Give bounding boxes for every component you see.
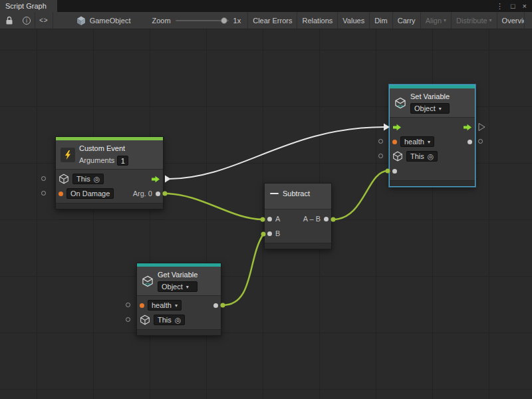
floating-port (41, 176, 46, 181)
target-value: This (158, 316, 172, 324)
wire-subtract-to-setvariable[interactable] (333, 171, 388, 219)
chevron-down-icon: ▾ (186, 284, 189, 290)
chevron-down-icon: ▾ (444, 17, 446, 23)
output-label: A – B (303, 215, 321, 223)
close-icon[interactable]: × (523, 2, 527, 10)
variable-name-dropdown[interactable]: health ▾ (400, 136, 434, 147)
align-button[interactable]: Align ▾ (420, 12, 451, 29)
node-footer (137, 329, 221, 335)
arg0-label: Arg. 0 (133, 190, 152, 198)
lock-icon[interactable] (0, 12, 19, 29)
node-custom-event[interactable]: Custom Event Arguments 1 This ◎ (55, 136, 164, 209)
node-title: Custom Event (79, 144, 128, 153)
carry-button[interactable]: Carry (392, 12, 420, 29)
subtract-header[interactable]: Subtract (265, 184, 331, 209)
value-input-port[interactable] (392, 169, 397, 174)
zoom-label: Zoom (152, 17, 170, 25)
port-row-target: This ◎ (137, 313, 221, 327)
distribute-button[interactable]: Distribute ▾ (451, 12, 496, 29)
floating-port (126, 317, 130, 322)
input-b-port[interactable] (267, 231, 272, 236)
value-output-port[interactable] (467, 140, 472, 144)
port-row-target: This ◎ (390, 149, 475, 164)
target-dropdown[interactable]: This ◎ (406, 151, 438, 162)
node-title: Set Variable (410, 92, 450, 101)
values-button[interactable]: Values (337, 12, 369, 29)
input-a-label: A (275, 215, 280, 223)
subtract-body: A A – B B (265, 209, 331, 243)
arguments-label: Arguments (79, 156, 114, 164)
chevron-down-icon: ▾ (175, 303, 178, 309)
wire-arg0-to-subtract-a[interactable] (165, 194, 263, 219)
floating-port (41, 191, 46, 196)
set-variable-header[interactable]: Set Variable Object ▾ (390, 88, 475, 117)
object-picker-icon[interactable]: ◎ (94, 176, 100, 183)
target-dropdown[interactable]: This ◎ (154, 315, 185, 325)
info-icon[interactable]: i (19, 12, 35, 29)
port-row-value-input (390, 164, 475, 178)
node-title: Subtract (283, 189, 310, 198)
custom-event-header[interactable]: Custom Event Arguments 1 (56, 140, 163, 169)
info-glyph: i (23, 17, 31, 25)
maximize-icon[interactable]: □ (511, 2, 515, 10)
variable-name-value: health (404, 138, 424, 146)
subtract-icon (270, 193, 279, 194)
event-name-field[interactable]: On Damage (66, 188, 114, 199)
floating-port (378, 154, 383, 158)
variable-scope-dropdown[interactable]: Object ▾ (410, 103, 450, 114)
clear-errors-button[interactable]: Clear Errors (247, 12, 297, 29)
variable-name-dropdown[interactable]: health ▾ (148, 300, 182, 311)
graph-canvas[interactable]: Custom Event Arguments 1 This ◎ (0, 29, 532, 399)
port-row-event-name: On Damage Arg. 0 (56, 186, 163, 201)
relations-button[interactable]: Relations (297, 12, 337, 29)
control-output-arrow-icon[interactable] (463, 124, 472, 131)
gameobject-icon (76, 15, 86, 26)
node-subtract[interactable]: Subtract A A – B B (264, 183, 332, 249)
wire-start-arrowhead (165, 176, 171, 183)
node-get-variable[interactable]: Get Variable Object ▾ health ▾ (136, 263, 221, 336)
value-output-port[interactable] (213, 303, 218, 308)
node-footer (265, 243, 331, 249)
variable-name-port[interactable] (140, 303, 144, 308)
variable-scope-dropdown[interactable]: Object ▾ (158, 281, 198, 292)
window-menu-icon[interactable]: ⋮ (496, 2, 503, 11)
wire-control-customevent-to-setvariable[interactable] (168, 127, 384, 179)
scope-value: Object (162, 283, 183, 291)
toolbar-separator (53, 12, 53, 29)
input-b-label: B (275, 229, 280, 237)
object-picker-icon[interactable]: ◎ (175, 317, 182, 324)
tab-title: Script Graph (5, 2, 47, 10)
event-name-port[interactable] (59, 192, 63, 196)
target-value: This (410, 152, 424, 160)
node-set-variable[interactable]: Set Variable Object ▾ health ▾ (389, 84, 475, 187)
target-dropdown[interactable]: This ◎ (72, 174, 104, 184)
port-row-name: health ▾ (390, 134, 475, 149)
gameobject-selector[interactable]: GameObject (76, 15, 131, 26)
variable-cube-icon (142, 275, 154, 287)
gameobject-label: GameObject (90, 17, 131, 25)
gameobject-cube-icon (140, 315, 150, 325)
edit-source-icon[interactable]: <> (35, 12, 53, 29)
custom-event-body: This ◎ On Damage Arg. 0 (56, 169, 163, 203)
control-output-arrow-icon[interactable] (151, 176, 160, 183)
scope-value: Object (414, 104, 436, 112)
object-picker-icon[interactable]: ◎ (428, 153, 434, 160)
target-value: This (76, 175, 90, 183)
custom-event-icon (61, 148, 75, 162)
variable-name-port[interactable] (392, 140, 397, 144)
input-a-port[interactable] (267, 217, 272, 221)
arg0-output-port[interactable] (156, 192, 160, 196)
get-variable-body: health ▾ This ◎ (137, 295, 221, 329)
output-port[interactable] (324, 217, 329, 221)
arguments-count-field[interactable]: 1 (117, 156, 128, 166)
get-variable-header[interactable]: Get Variable Object ▾ (137, 267, 221, 295)
zoom-slider-handle[interactable] (221, 17, 227, 24)
zoom-slider-track[interactable] (176, 20, 229, 21)
control-input-arrow-icon[interactable] (392, 124, 402, 131)
overview-button[interactable]: Overview (497, 12, 525, 29)
wire-getvariable-to-subtract-b[interactable] (223, 234, 263, 305)
variable-cube-icon (394, 97, 406, 109)
tab-script-graph[interactable]: Script Graph (0, 0, 57, 12)
dim-button[interactable]: Dim (369, 12, 392, 29)
port-row-a: A A – B (265, 211, 331, 226)
